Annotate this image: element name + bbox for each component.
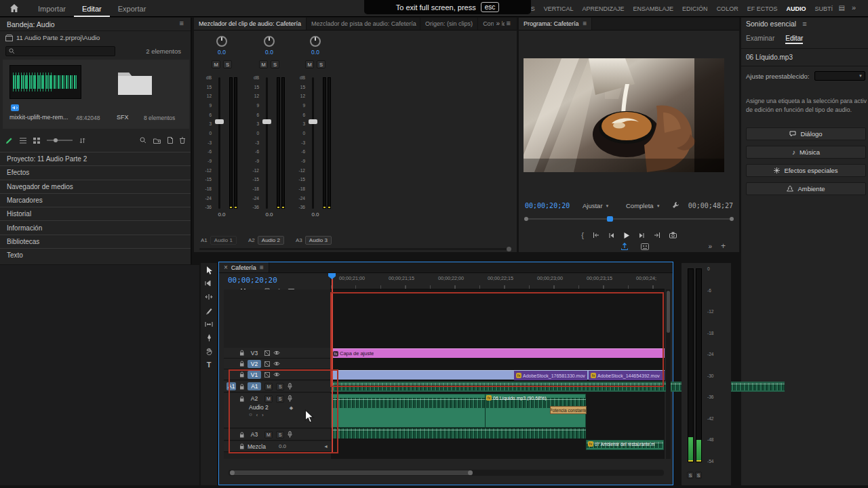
timeline-horizontal-scrollbar[interactable] — [229, 470, 664, 476]
export-media-icon[interactable] — [620, 243, 629, 251]
clip-a3-audio[interactable]: fx 07 Ambiente del restaurante.m — [586, 440, 664, 450]
solo-right-button[interactable]: S — [695, 472, 702, 479]
trash-icon[interactable] — [180, 137, 185, 144]
play-button-icon[interactable] — [623, 232, 630, 239]
scrollbar-knob[interactable] — [507, 247, 511, 251]
step-forward-icon[interactable] — [639, 232, 645, 239]
solo-button[interactable]: S — [317, 60, 326, 68]
audio-transition-chip[interactable]: Potencia constante — [550, 406, 587, 414]
tab-examinar[interactable]: Examinar — [746, 35, 774, 44]
mute-button[interactable]: M — [305, 60, 314, 68]
workspace-color[interactable]: COLOR — [717, 5, 738, 12]
track-target-v3[interactable]: V3 — [248, 349, 261, 357]
program-video-frame[interactable] — [524, 58, 724, 172]
search-input[interactable] — [5, 46, 115, 56]
solo-button[interactable]: S — [271, 60, 279, 68]
pen-icon[interactable] — [5, 137, 13, 144]
type-tool[interactable]: T — [201, 358, 217, 371]
workspace-ensamblaje[interactable]: ENSAMBLAJE — [633, 5, 674, 12]
solo-left-button[interactable]: S — [687, 472, 694, 479]
button-editor-icon[interactable] — [641, 243, 649, 250]
fit-dropdown[interactable]: Ajustar▼ — [583, 202, 610, 209]
menu-exportar[interactable]: Exportar — [110, 0, 155, 17]
workspace-vertical[interactable]: VERTICAL — [544, 5, 574, 12]
panel-tab[interactable]: Bibliotecas — [0, 235, 191, 248]
panel-menu-icon[interactable]: ≡ — [505, 20, 513, 27]
workspace-subtitulos[interactable]: SUBTÍ — [814, 5, 833, 12]
category-dialogo-button[interactable]: Diálogo — [746, 127, 866, 140]
mute-button[interactable]: M — [212, 60, 220, 68]
panel-tab[interactable]: Proyecto: 11 Audio Parte 2 — [0, 152, 191, 165]
eye-icon[interactable] — [273, 350, 280, 355]
folder-item-name[interactable]: SFX — [117, 114, 129, 121]
track-target-v2[interactable]: V2 — [248, 360, 261, 368]
pen-tool[interactable] — [201, 331, 217, 344]
tab-editar[interactable]: Editar — [785, 35, 803, 44]
panel-menu-icon[interactable]: ≡ — [802, 20, 806, 28]
fader-handle[interactable] — [262, 119, 271, 124]
add-marker-icon[interactable]: { — [581, 232, 584, 239]
add-button-icon[interactable]: + — [721, 242, 726, 250]
program-timecode[interactable]: 00;00;20;20 — [525, 202, 570, 209]
fader-handle[interactable] — [215, 119, 224, 124]
fader-value[interactable]: 0.0 — [294, 211, 336, 218]
panel-tab[interactable]: Texto — [0, 248, 191, 262]
panel-menu-icon[interactable]: ≡ — [260, 264, 264, 271]
panel-menu-icon[interactable]: ≡ — [180, 20, 184, 27]
pan-knob[interactable] — [216, 36, 227, 47]
track-select-forward-tool[interactable] — [201, 277, 217, 290]
sync-lock-icon[interactable] — [264, 361, 270, 367]
close-tab-icon[interactable]: × — [224, 264, 228, 271]
pan-knob[interactable] — [310, 36, 321, 47]
track-name-button[interactable]: Audio 2 — [258, 236, 284, 245]
scrubber-end-knob[interactable] — [730, 217, 734, 221]
panel-tab[interactable]: Navegador de medios — [0, 180, 191, 193]
menu-editar[interactable]: Editar — [74, 0, 110, 17]
clip-a2-audio[interactable]: fx 06 Líquido.mp3 (90.68%) — [331, 394, 586, 428]
workspace-audio[interactable]: AUDIO — [786, 5, 806, 12]
workspace-aprendizaje[interactable]: APRENDIZAJE — [583, 5, 625, 12]
zoom-handle-left[interactable] — [230, 470, 235, 475]
settings-wrench-icon[interactable] — [672, 201, 679, 209]
scrubber-start-knob[interactable] — [524, 217, 528, 221]
audio-thumbnail[interactable] — [9, 65, 81, 99]
audio-item-name[interactable]: mixkit-uplift-me-rem... — [9, 114, 75, 121]
tab-track-mixer[interactable]: Mezclador de pista de audio: Cafetería — [307, 18, 420, 30]
fader-value[interactable]: 0.0 — [201, 211, 243, 218]
pan-value[interactable]: 0.0 — [248, 49, 290, 56]
track-name-button[interactable]: Audio 3 — [305, 236, 332, 245]
timeline-ruler[interactable]: 00;00;21;0000;00;21;1500;00;22;0000;00;2… — [330, 273, 665, 289]
pan-value[interactable]: 0.0 — [201, 49, 243, 56]
menu-importar[interactable]: Importar — [30, 0, 74, 17]
pan-knob[interactable] — [264, 36, 275, 47]
slip-tool[interactable] — [201, 317, 217, 331]
fader-track[interactable] — [312, 77, 314, 209]
panel-tab[interactable]: Efectos — [0, 165, 191, 179]
lock-icon[interactable] — [239, 350, 244, 356]
fader-track[interactable] — [266, 77, 268, 209]
timeline-vertical-scrollbar[interactable] — [666, 289, 671, 459]
mute-button[interactable]: M — [259, 60, 268, 68]
panel-menu-icon[interactable]: ≡ — [583, 20, 587, 27]
pan-value[interactable]: 0.0 — [294, 49, 336, 56]
solo-button[interactable]: S — [223, 60, 232, 68]
quality-dropdown[interactable]: Completa▼ — [626, 202, 660, 209]
step-back-icon[interactable] — [608, 232, 614, 239]
tab-overflow-icon[interactable]: » — [494, 20, 502, 27]
scrollbar-thumb[interactable] — [667, 291, 670, 333]
new-bin-icon[interactable] — [153, 138, 161, 144]
eye-icon[interactable] — [273, 361, 280, 366]
list-view-icon[interactable] — [20, 138, 26, 144]
preset-dropdown[interactable]: ▼ — [814, 71, 865, 81]
tab-program[interactable]: Programa: Cafetería≡ — [519, 18, 592, 30]
ripple-edit-tool[interactable] — [201, 290, 217, 304]
go-to-out-icon[interactable] — [654, 232, 660, 239]
export-frame-icon[interactable] — [669, 232, 677, 239]
track-name-button[interactable]: Audio 1 — [210, 236, 237, 245]
new-item-icon[interactable] — [167, 137, 173, 144]
bin-path[interactable]: 11 Audio Parte 2.prproj\Audio — [16, 34, 100, 41]
lock-icon[interactable] — [239, 361, 244, 367]
scrubber-playhead[interactable] — [607, 216, 613, 222]
workspace-efectos[interactable]: EF ECTOS — [747, 5, 778, 12]
timeline-tab-label[interactable]: Cafetería — [231, 264, 256, 271]
